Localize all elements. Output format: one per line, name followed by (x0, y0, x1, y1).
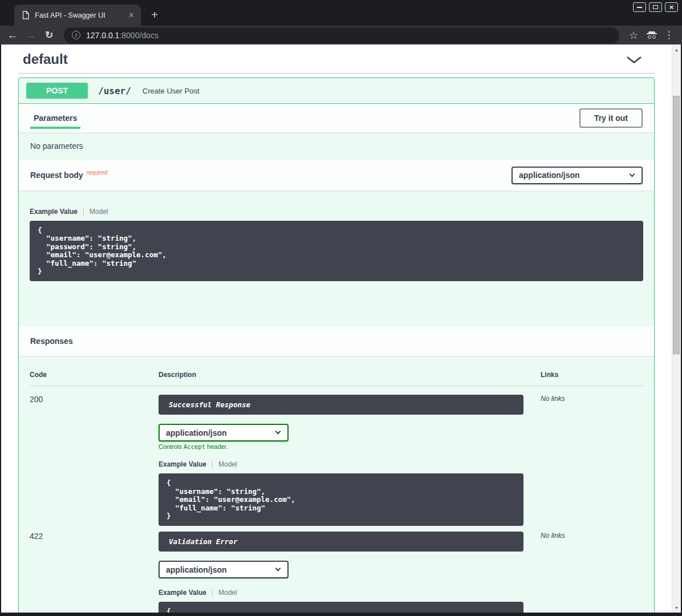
minimize-icon (637, 7, 642, 8)
accept-note-suffix: header. (205, 443, 228, 450)
incognito-eyes (648, 35, 656, 39)
response-description: Successful Response (159, 395, 523, 415)
url-text: 127.0.0.1:8000/docs (86, 31, 159, 40)
minimize-button[interactable] (633, 2, 646, 12)
response-description: Validation Error (159, 532, 523, 552)
operation-summary: Create User Post (143, 87, 200, 95)
required-badge: required (87, 169, 108, 176)
tab-title: Fast API - Swagger UI (35, 11, 128, 19)
request-body-content-type-select[interactable]: application/json (511, 167, 643, 184)
reload-button[interactable]: ↻ (41, 27, 57, 43)
toolbar-right: ☆ ⋮ (626, 29, 675, 42)
browser-window: Fast API - Swagger UI × + × ← → ↻ i 127.… (0, 0, 682, 616)
response-row-422: 422 Validation Error application/json Ex… (30, 526, 643, 613)
col-description: Description (159, 371, 541, 379)
tag-section-header[interactable]: default (18, 50, 655, 74)
model-example-tabs: Example Value Model (159, 460, 541, 468)
response-row-200: 200 Successful Response application/json… (30, 386, 643, 526)
request-body-label-wrap: Request bodyrequired (30, 170, 107, 180)
window-controls: × (633, 2, 678, 12)
col-code: Code (30, 371, 159, 379)
opblock-post-user: POST /user/ Create User Post Parameters … (18, 78, 655, 613)
opblock-summary[interactable]: POST /user/ Create User Post (19, 78, 654, 104)
tab-close-icon[interactable]: × (128, 11, 135, 20)
window-bottom-edge (0, 613, 682, 616)
site-info-icon[interactable]: i (72, 31, 80, 39)
incognito-icon (644, 31, 659, 39)
tab-example-value[interactable]: Example Value (159, 460, 212, 468)
request-body-section: Example Value Model { "username": "strin… (19, 191, 654, 326)
scrollbar-thumb[interactable] (673, 96, 680, 354)
page-scrollbar[interactable]: ▲ ▼ (672, 44, 681, 613)
close-button[interactable]: × (665, 2, 678, 12)
response-code: 422 (30, 532, 159, 541)
method-badge: POST (26, 83, 88, 99)
request-body-header: Request bodyrequired application/json (19, 160, 654, 191)
responses-table: Code Description Links 200 Successful Re… (19, 356, 654, 613)
select-chevron-icon (275, 429, 281, 435)
response-content-type-value: application/json (166, 565, 227, 574)
tab-parameters[interactable]: Parameters (30, 114, 80, 123)
response-content-type-select[interactable]: application/json (159, 424, 289, 441)
back-button[interactable]: ← (5, 27, 21, 43)
bookmark-star-icon[interactable]: ☆ (626, 29, 641, 42)
accept-note-prefix: Controls (159, 443, 184, 450)
try-it-out-button[interactable]: Try it out (579, 108, 643, 128)
close-icon: × (669, 3, 674, 11)
swagger-page: default POST /user/ Create User Post Par… (1, 44, 672, 613)
maximize-icon (653, 5, 658, 9)
request-body-label: Request body (30, 171, 83, 180)
new-tab-button[interactable]: + (147, 7, 162, 22)
request-body-content-type-value: application/json (519, 171, 580, 180)
tag-title: default (23, 51, 68, 67)
col-links: Links (541, 371, 643, 379)
incognito-hat (648, 31, 655, 34)
responses-table-header: Code Description Links (30, 371, 643, 386)
response-description-cell: Successful Response application/json Con… (159, 395, 541, 526)
responses-header: Responses (19, 326, 654, 356)
chevron-down-icon[interactable] (626, 55, 642, 64)
maximize-button[interactable] (649, 2, 662, 12)
no-parameters-message: No parameters (19, 132, 654, 160)
response-links: No links (541, 395, 643, 403)
model-example-tabs: Example Value Model (159, 589, 541, 597)
url-path: :8000/docs (119, 31, 159, 40)
model-example-tabs: Example Value Model (30, 208, 643, 216)
scrollbar-down-icon[interactable]: ▼ (672, 603, 681, 611)
scrollbar-up-icon[interactable]: ▲ (672, 46, 681, 54)
parameters-header: Parameters Try it out (19, 104, 654, 132)
select-chevron-icon (630, 171, 635, 177)
tab-example-value[interactable]: Example Value (30, 208, 83, 216)
titlebar: Fast API - Swagger UI × + × (0, 0, 682, 26)
response-example-code: { "detail": [ (159, 602, 523, 613)
browser-menu-icon[interactable]: ⋮ (663, 29, 675, 41)
browser-toolbar: ← → ↻ i 127.0.0.1:8000/docs ☆ ⋮ (0, 26, 682, 44)
accept-note-code: Accept (184, 443, 205, 450)
response-content-type-value: application/json (166, 428, 227, 437)
tab-model[interactable]: Model (84, 208, 108, 216)
responses-title: Responses (30, 337, 73, 346)
accept-header-note: Controls Accept header. (159, 443, 541, 450)
select-chevron-icon (275, 566, 281, 572)
response-description-cell: Validation Error application/json Exampl… (159, 532, 541, 613)
request-body-example-code: { "username": "string", "password": "str… (30, 221, 643, 281)
forward-button[interactable]: → (23, 27, 39, 43)
url-host: 127.0.0.1 (86, 31, 119, 40)
tab-model[interactable]: Model (213, 460, 237, 468)
page-content: default POST /user/ Create User Post Par… (0, 44, 682, 613)
browser-tab[interactable]: Fast API - Swagger UI × (14, 5, 141, 26)
response-example-code: { "username": "string", "email": "user@e… (159, 473, 523, 526)
tab-example-value[interactable]: Example Value (159, 589, 212, 597)
operation-path: /user/ (98, 86, 131, 96)
response-code: 200 (30, 395, 159, 404)
page-icon (22, 11, 29, 19)
response-links: No links (541, 532, 643, 540)
response-content-type-select[interactable]: application/json (159, 561, 289, 578)
tab-model[interactable]: Model (213, 589, 237, 597)
address-bar[interactable]: i 127.0.0.1:8000/docs (64, 27, 619, 43)
